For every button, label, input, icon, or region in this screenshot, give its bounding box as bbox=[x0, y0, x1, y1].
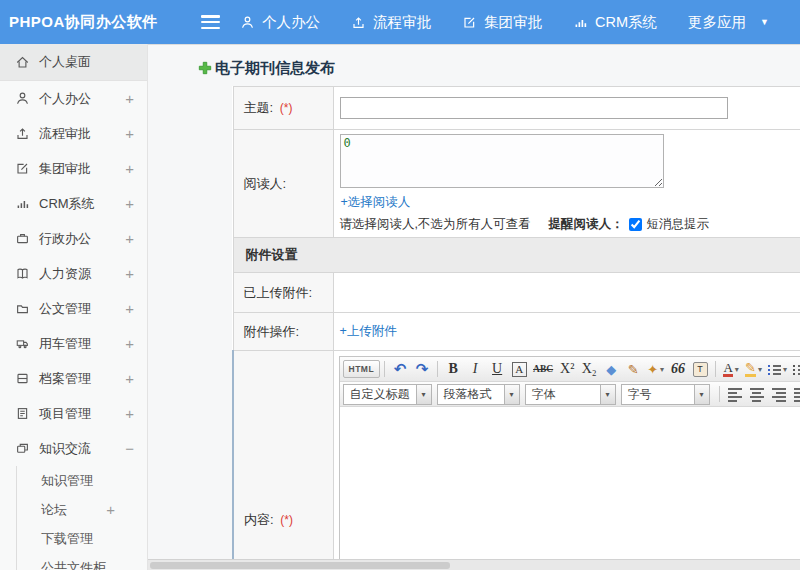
sidebar-subitem-forum[interactable]: 论坛 + bbox=[17, 495, 147, 524]
horizontal-scrollbar[interactable] bbox=[148, 559, 800, 570]
nav-label: CRM系统 bbox=[595, 13, 657, 32]
align-center-button[interactable] bbox=[746, 383, 768, 405]
sidebar-label: 档案管理 bbox=[39, 370, 91, 388]
paste-plain-button[interactable]: T bbox=[689, 358, 711, 380]
format-painter-button[interactable]: ✎ bbox=[622, 358, 644, 380]
sidebar-item-document-mgmt[interactable]: 公文管理 + bbox=[0, 291, 147, 326]
bold-button[interactable]: B bbox=[442, 358, 464, 380]
sidebar-item-crm[interactable]: CRM系统 + bbox=[0, 186, 147, 221]
ordered-list-button[interactable]: ▾ bbox=[765, 358, 790, 380]
superscript-button[interactable]: X² bbox=[556, 358, 578, 380]
content-label: 内容: bbox=[244, 512, 274, 527]
sidebar-item-project-mgmt[interactable]: 项目管理 + bbox=[0, 396, 147, 431]
heading-select[interactable]: 自定义标题 ▾ bbox=[343, 384, 432, 405]
sidebar-item-flow-approval[interactable]: 流程审批 + bbox=[0, 116, 147, 151]
sidebar-label: 流程审批 bbox=[39, 125, 91, 143]
sidebar-subitem-public-file-cabinet[interactable]: 公共文件柜 bbox=[17, 553, 147, 570]
content-label-cell: 内容: (*) bbox=[233, 351, 333, 566]
readers-label: 阅读人: bbox=[244, 176, 287, 191]
chevron-down-icon: ▼ bbox=[760, 17, 769, 27]
expand-sign: + bbox=[125, 230, 134, 247]
sidebar-item-archive-mgmt[interactable]: 档案管理 + bbox=[0, 361, 147, 396]
sidebar-label: 下载管理 bbox=[41, 530, 93, 548]
subscript-button[interactable]: X₂ bbox=[578, 358, 600, 380]
edit-icon bbox=[462, 15, 477, 30]
chevron-down-icon: ▾ bbox=[416, 385, 431, 404]
edit-icon bbox=[15, 161, 30, 176]
sidebar-item-personal-office[interactable]: 个人办公 + bbox=[0, 81, 147, 116]
font-size-select[interactable]: 字号 ▾ bbox=[621, 384, 710, 405]
paragraph-format-select[interactable]: 段落格式 ▾ bbox=[437, 384, 520, 405]
sidebar-item-personal-desktop[interactable]: 个人桌面 bbox=[0, 44, 147, 81]
app-title: PHPOA协同办公软件 bbox=[0, 13, 191, 32]
html-source-button[interactable]: HTML bbox=[343, 360, 381, 378]
menu-icon[interactable] bbox=[201, 15, 220, 29]
chart-icon bbox=[573, 15, 588, 30]
sidebar-label: 知识交流 bbox=[39, 440, 91, 458]
chevron-down-icon: ▾ bbox=[783, 365, 787, 374]
nav-personal-office[interactable]: 个人办公 bbox=[240, 13, 320, 32]
folder-icon bbox=[15, 301, 30, 316]
sidebar-item-knowledge-exchange[interactable]: 知识交流 − bbox=[0, 431, 147, 466]
font-style-button[interactable]: A bbox=[508, 358, 530, 380]
subject-label-cell: 主题: (*) bbox=[233, 87, 333, 130]
actions-label-cell: 附件操作: bbox=[233, 313, 333, 351]
sidebar-label: 个人办公 bbox=[39, 90, 91, 108]
underline-button[interactable]: U bbox=[486, 358, 508, 380]
subject-input[interactable] bbox=[340, 97, 728, 119]
font-color-icon: A bbox=[723, 361, 732, 377]
uploaded-value-cell bbox=[333, 273, 800, 313]
readers-hint: 请选择阅读人,不选为所有人可查看 bbox=[340, 216, 531, 233]
sidebar-item-admin-office[interactable]: 行政办公 + bbox=[0, 221, 147, 256]
attachments-section-row: 附件设置 bbox=[233, 238, 800, 273]
expand-sign: + bbox=[125, 160, 134, 177]
unordered-list-icon bbox=[793, 363, 800, 375]
readers-value-cell: 0 +选择阅读人 请选择阅读人,不选为所有人可查看 提醒阅读人： 短消息提示 bbox=[333, 130, 800, 238]
redo-button[interactable]: ↷ bbox=[411, 358, 433, 380]
auto-typeset-button[interactable]: ✦ ▾ bbox=[644, 358, 667, 380]
highlight-color-button[interactable]: ✎ ▾ bbox=[742, 358, 765, 380]
undo-button[interactable]: ↶ bbox=[389, 358, 411, 380]
remove-format-button[interactable]: ◆ bbox=[600, 358, 622, 380]
font-color-button[interactable]: A ▾ bbox=[720, 358, 742, 380]
expand-sign: + bbox=[125, 195, 134, 212]
select-readers-link[interactable]: +选择阅读人 bbox=[341, 194, 411, 211]
blockquote-button[interactable]: 66 bbox=[667, 358, 689, 380]
nav-crm-system[interactable]: CRM系统 bbox=[573, 13, 657, 32]
archive-icon bbox=[15, 371, 30, 386]
paste-icon: T bbox=[693, 362, 708, 377]
sidebar-label: 人力资源 bbox=[39, 265, 91, 283]
align-right-button[interactable] bbox=[768, 383, 790, 405]
sidebar-subitem-knowledge-mgmt[interactable]: 知识管理 bbox=[17, 466, 147, 495]
page-title-row: 电子期刊信息发布 bbox=[148, 45, 800, 77]
font-family-select[interactable]: 字体 ▾ bbox=[525, 384, 616, 405]
required-mark: (*) bbox=[280, 513, 293, 527]
readers-hint-line: 请选择阅读人,不选为所有人可查看 提醒阅读人： 短消息提示 bbox=[340, 216, 800, 233]
upload-attachment-link[interactable]: +上传附件 bbox=[340, 323, 397, 340]
sidebar-item-vehicle-mgmt[interactable]: 用车管理 + bbox=[0, 326, 147, 361]
nav-flow-approval[interactable]: 流程审批 bbox=[351, 13, 431, 32]
sidebar-item-hr[interactable]: 人力资源 + bbox=[0, 256, 147, 291]
italic-button[interactable]: I bbox=[464, 358, 486, 380]
sidebar-subitem-download-mgmt[interactable]: 下载管理 bbox=[17, 524, 147, 553]
expand-sign: + bbox=[125, 370, 134, 387]
unordered-list-button[interactable]: ▾ bbox=[790, 358, 800, 380]
align-justify-button[interactable] bbox=[790, 383, 800, 405]
attachments-section-header: 附件设置 bbox=[233, 238, 800, 273]
sms-remind-checkbox[interactable] bbox=[629, 218, 642, 231]
briefcase-icon bbox=[15, 231, 30, 246]
readers-textarea[interactable]: 0 bbox=[340, 134, 664, 188]
expand-sign: + bbox=[125, 405, 134, 422]
sidebar-label: 行政办公 bbox=[39, 230, 91, 248]
font-style-glyph: A bbox=[512, 362, 527, 377]
strikethrough-button[interactable]: ABC bbox=[530, 358, 556, 380]
editor-content[interactable] bbox=[340, 407, 800, 559]
nav-group-approval[interactable]: 集团审批 bbox=[462, 13, 542, 32]
nav-more-apps[interactable]: 更多应用 ▼ bbox=[688, 13, 769, 32]
scrollbar-thumb[interactable] bbox=[150, 562, 450, 569]
align-left-button[interactable] bbox=[724, 383, 746, 405]
sidebar-item-group-approval[interactable]: 集团审批 + bbox=[0, 151, 147, 186]
size-select-value: 字号 bbox=[622, 386, 694, 403]
chevron-down-icon: ▾ bbox=[735, 365, 739, 374]
wand-icon: ✦ bbox=[647, 362, 658, 377]
